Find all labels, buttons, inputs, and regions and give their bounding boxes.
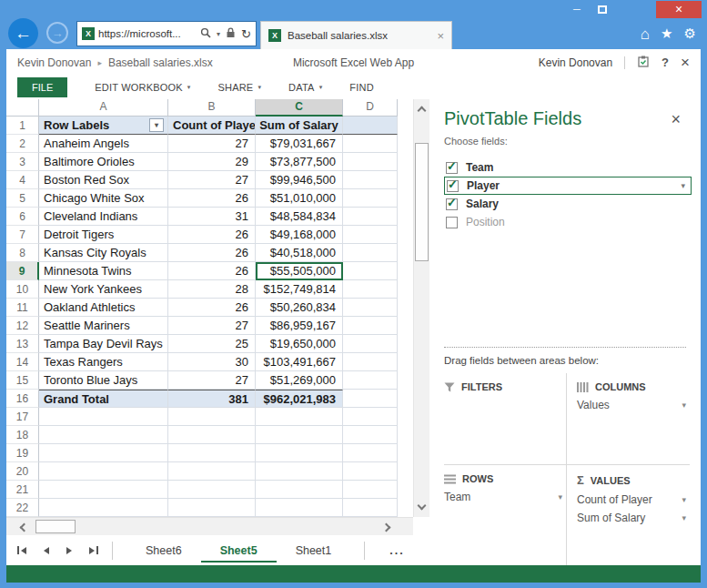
selected-cell[interactable]: $55,505,000	[256, 262, 343, 280]
chevron-down-icon[interactable]: ▾	[682, 495, 686, 504]
cell[interactable]: $50,260,834	[256, 299, 343, 317]
column-header-b[interactable]: B	[168, 99, 256, 117]
cell[interactable]: $48,584,834	[256, 208, 343, 226]
sheet-tab-sheet5[interactable]: Sheet5	[201, 539, 277, 563]
select-all-corner[interactable]	[6, 99, 39, 117]
cell[interactable]: 29	[168, 153, 256, 171]
cell[interactable]	[343, 462, 398, 481]
cell[interactable]	[343, 135, 398, 153]
area-item[interactable]: Count of Player ▾	[577, 491, 690, 509]
field-row-player[interactable]: ✓ Player ▾	[444, 177, 692, 195]
cell[interactable]	[343, 117, 398, 135]
area-item[interactable]: Team ▾	[444, 488, 566, 506]
cell[interactable]: $103,491,667	[256, 353, 343, 371]
cell[interactable]: Sum of Salary	[256, 117, 343, 135]
cell[interactable]: 27	[168, 171, 256, 189]
cell[interactable]	[343, 244, 398, 262]
cell[interactable]: Boston Red Sox	[39, 171, 168, 189]
cell[interactable]	[256, 426, 343, 444]
cell[interactable]: Tampa Bay Devil Rays	[39, 335, 168, 353]
back-button[interactable]: ←	[8, 18, 38, 48]
row-header[interactable]: 20	[6, 462, 39, 481]
row-header[interactable]: 3	[6, 153, 39, 171]
menu-item-edit-workbook[interactable]: EDIT WORKBOOK▾	[95, 82, 190, 93]
row-header[interactable]: 14	[6, 353, 39, 371]
field-row-position[interactable]: Position	[444, 213, 692, 231]
user-name[interactable]: Kevin Donovan	[539, 56, 612, 69]
cell[interactable]	[256, 481, 343, 499]
field-row-team[interactable]: ✓ Team	[444, 158, 692, 177]
cell[interactable]	[39, 408, 168, 426]
cell[interactable]: 26	[168, 244, 256, 262]
file-menu-button[interactable]: FILE	[17, 77, 67, 97]
checkbox-unchecked-icon[interactable]	[446, 217, 458, 228]
row-header[interactable]: 1	[6, 117, 39, 135]
cell[interactable]	[39, 481, 168, 499]
cell[interactable]: $49,168,000	[256, 226, 343, 244]
vertical-scroll-thumb[interactable]	[415, 143, 429, 261]
refresh-icon[interactable]: ↻	[241, 27, 251, 41]
row-header[interactable]: 9	[6, 262, 39, 280]
cell[interactable]: Chicago White Sox	[39, 189, 168, 208]
area-item[interactable]: Values ▾	[577, 396, 690, 414]
cell[interactable]	[343, 317, 398, 335]
cell[interactable]: 30	[168, 353, 256, 371]
area-item[interactable]: Sum of Salary ▾	[577, 509, 690, 527]
cell[interactable]: Count of Player	[168, 117, 256, 135]
cell[interactable]	[39, 462, 168, 481]
cell[interactable]: $86,959,167	[256, 317, 343, 335]
area-rows[interactable]: ROWS Team ▾	[444, 464, 566, 565]
cell[interactable]	[343, 444, 398, 462]
checkbox-checked-icon[interactable]: ✓	[447, 180, 459, 192]
forward-button[interactable]: →	[46, 22, 68, 44]
chevron-down-icon[interactable]: ▾	[681, 181, 685, 190]
chevron-down-icon[interactable]: ▾	[682, 400, 686, 410]
horizontal-scroll-thumb[interactable]	[35, 520, 76, 533]
sheet-tab-sheet6[interactable]: Sheet6	[126, 539, 201, 563]
row-header[interactable]: 22	[6, 499, 39, 517]
cell[interactable]: Minnesota Twins	[39, 262, 168, 280]
sheet-tab-sheet1[interactable]: Sheet1	[277, 539, 351, 563]
cell[interactable]	[168, 481, 256, 499]
sheet-nav-next-icon[interactable]	[66, 547, 72, 554]
cell[interactable]	[168, 408, 256, 426]
cell[interactable]: $73,877,500	[256, 153, 343, 171]
cell[interactable]: 26	[168, 299, 256, 317]
cell[interactable]	[343, 189, 398, 208]
cell[interactable]: Kansas City Royals	[39, 244, 168, 262]
cell[interactable]: $152,749,814	[256, 280, 343, 299]
breadcrumb-file[interactable]: Baseball salaries.xlsx	[108, 56, 213, 69]
cell[interactable]	[256, 462, 343, 481]
cell[interactable]: New York Yankees	[39, 280, 168, 299]
cell[interactable]: 26	[168, 189, 256, 208]
cell[interactable]	[256, 408, 343, 426]
row-header[interactable]: 19	[6, 444, 39, 462]
menu-item-share[interactable]: SHARE▾	[217, 82, 261, 93]
address-bar[interactable]: X https://microsoft... ▾ ↻	[76, 21, 257, 46]
cell[interactable]: Seattle Mariners	[39, 317, 168, 335]
row-header[interactable]: 13	[6, 335, 39, 353]
checkbox-checked-icon[interactable]: ✓	[446, 198, 458, 210]
cell[interactable]: 27	[168, 371, 256, 390]
cell[interactable]	[343, 226, 398, 244]
sheet-nav-prev-icon[interactable]	[44, 547, 49, 554]
cell[interactable]	[39, 499, 168, 517]
scroll-up-icon[interactable]	[418, 106, 427, 116]
column-header-c[interactable]: C	[256, 99, 343, 117]
row-header[interactable]: 21	[6, 481, 39, 499]
cell[interactable]	[256, 499, 343, 517]
feedback-icon[interactable]	[637, 55, 650, 71]
row-header[interactable]: 2	[6, 135, 39, 153]
favorites-star-icon[interactable]: ★	[661, 25, 672, 44]
cell[interactable]: Anaheim Angels	[39, 135, 168, 153]
row-header[interactable]: 18	[6, 426, 39, 444]
sheet-nav-first-icon[interactable]	[17, 546, 26, 554]
close-app-icon[interactable]: ×	[681, 54, 690, 72]
cell[interactable]	[256, 444, 343, 462]
more-sheets-button[interactable]: ...	[379, 539, 415, 563]
minimize-button[interactable]: ─	[565, 4, 589, 15]
cell[interactable]	[343, 390, 398, 408]
cell[interactable]: 381	[168, 390, 256, 408]
cell[interactable]	[168, 462, 256, 481]
cell[interactable]: Toronto Blue Jays	[39, 371, 168, 390]
